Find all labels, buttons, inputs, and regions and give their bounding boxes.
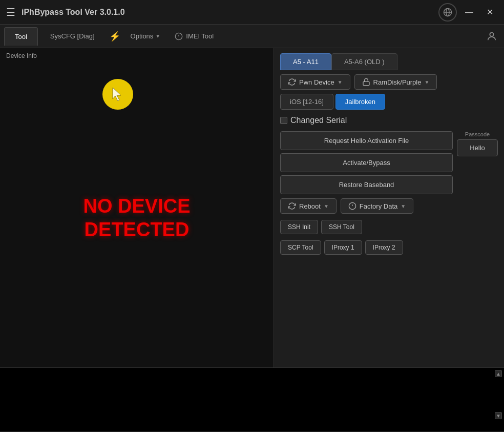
restore-baseband-btn[interactable]: Restore Baseband xyxy=(280,175,453,194)
changed-serial-checkbox[interactable] xyxy=(280,117,287,124)
tab-bar: Tool SysCFG [Diag] ⚡ Options ▼ IMEI Tool xyxy=(0,25,504,48)
factory-data-btn[interactable]: Factory Data ▼ xyxy=(341,198,413,214)
menu-icon[interactable]: ☰ xyxy=(6,6,15,18)
tab-syscfg[interactable]: SysCFG [Diag] xyxy=(40,27,105,46)
factory-arrow-icon: ▼ xyxy=(401,203,406,209)
tab-separator-1: ⚡ xyxy=(109,31,120,42)
factory-icon xyxy=(348,202,356,210)
ssh-init-btn[interactable]: SSH Init xyxy=(280,220,318,234)
imei-tool-label: IMEI Tool xyxy=(186,32,214,40)
window-controls: — ✕ xyxy=(438,3,498,22)
imei-tool-section: IMEI Tool xyxy=(169,29,220,44)
hello-btn[interactable]: Hello xyxy=(457,139,498,156)
cursor-icon xyxy=(110,87,125,102)
refresh-icon xyxy=(288,78,296,86)
reboot-arrow-icon: ▼ xyxy=(324,203,329,209)
minimize-button[interactable]: — xyxy=(461,4,477,20)
ramdisk-label: RamDisk/Purple xyxy=(373,78,422,86)
options-arrow-icon: ▼ xyxy=(155,33,160,39)
svg-rect-8 xyxy=(363,81,369,85)
reboot-btn[interactable]: Reboot ▼ xyxy=(280,198,337,214)
tab-a5-a11[interactable]: A5 - A11 xyxy=(280,53,331,70)
activate-bypass-btn[interactable]: Activate/Bypass xyxy=(280,153,453,172)
close-button[interactable]: ✕ xyxy=(481,4,498,20)
log-area[interactable]: ▲ ▼ xyxy=(0,367,504,431)
scroll-down-btn[interactable]: ▼ xyxy=(495,412,502,419)
scroll-right-btn[interactable]: ▲ xyxy=(495,370,502,377)
cursor-ball xyxy=(102,79,133,110)
btn-passcode-row: Request Hello Activation File Activate/B… xyxy=(280,131,498,194)
tab-ios-1216[interactable]: iOS [12-16] xyxy=(280,94,333,110)
right-panel: A5 - A11 A5-A6 (OLD ) Pwn Device ▼ RamDi… xyxy=(274,48,504,367)
globe-button[interactable] xyxy=(438,3,457,22)
imei-icon xyxy=(175,32,183,40)
action-buttons-col: Request Hello Activation File Activate/B… xyxy=(280,131,453,194)
main-content: Device Info NO DEVICEDETECTED A5 - A11 A… xyxy=(0,48,504,367)
tool-row-1: SSH Init SSH Tool xyxy=(280,220,498,234)
controls-row: Pwn Device ▼ RamDisk/Purple ▼ xyxy=(280,74,498,90)
ramdisk-btn[interactable]: RamDisk/Purple ▼ xyxy=(354,74,437,90)
reboot-factory-row: Reboot ▼ Factory Data ▼ xyxy=(280,198,498,214)
factory-data-label: Factory Data xyxy=(360,202,397,210)
tab-options[interactable]: Options ▼ xyxy=(124,29,167,43)
tab-a5-a6[interactable]: A5-A6 (OLD ) xyxy=(331,53,397,70)
mode-tabs: iOS [12-16] Jailbroken xyxy=(280,94,498,110)
tool-row-2: SCP Tool IProxy 1 IProxy 2 xyxy=(280,240,498,255)
svg-point-6 xyxy=(490,32,493,36)
device-tabs: A5 - A11 A5-A6 (OLD ) xyxy=(280,53,498,70)
passcode-label: Passcode xyxy=(457,131,498,137)
iproxy2-btn[interactable]: IProxy 2 xyxy=(365,240,403,255)
tab-jailbroken[interactable]: Jailbroken xyxy=(335,94,385,110)
iproxy1-btn[interactable]: IProxy 1 xyxy=(324,240,362,255)
pwn-device-btn[interactable]: Pwn Device ▼ xyxy=(280,74,350,90)
reboot-icon xyxy=(288,202,296,210)
request-hello-btn[interactable]: Request Hello Activation File xyxy=(280,131,453,150)
title-bar: ☰ iPhBypass Tool Ver 3.0.1.0 — ✕ xyxy=(0,0,504,25)
changed-serial-row: Changed Serial xyxy=(280,114,498,127)
left-panel: Device Info NO DEVICEDETECTED xyxy=(0,48,274,367)
tab-tool[interactable]: Tool xyxy=(4,27,38,46)
ramdisk-arrow-icon: ▼ xyxy=(424,79,429,85)
passcode-section: Passcode Hello xyxy=(457,131,498,156)
app-title: iPhBypass Tool Ver 3.0.1.0 xyxy=(22,8,432,17)
reboot-label: Reboot xyxy=(299,202,321,210)
svg-marker-7 xyxy=(113,88,121,101)
pwn-arrow-icon: ▼ xyxy=(338,79,343,85)
user-icon[interactable] xyxy=(484,28,500,45)
changed-serial-label: Changed Serial xyxy=(290,116,347,125)
no-device-text: NO DEVICEDETECTED xyxy=(83,195,190,241)
device-display: NO DEVICEDETECTED xyxy=(0,48,274,367)
pwn-device-label: Pwn Device xyxy=(299,78,334,86)
ramdisk-icon xyxy=(362,78,370,86)
ssh-tool-btn[interactable]: SSH Tool xyxy=(321,220,362,234)
scp-tool-btn[interactable]: SCP Tool xyxy=(280,240,321,255)
